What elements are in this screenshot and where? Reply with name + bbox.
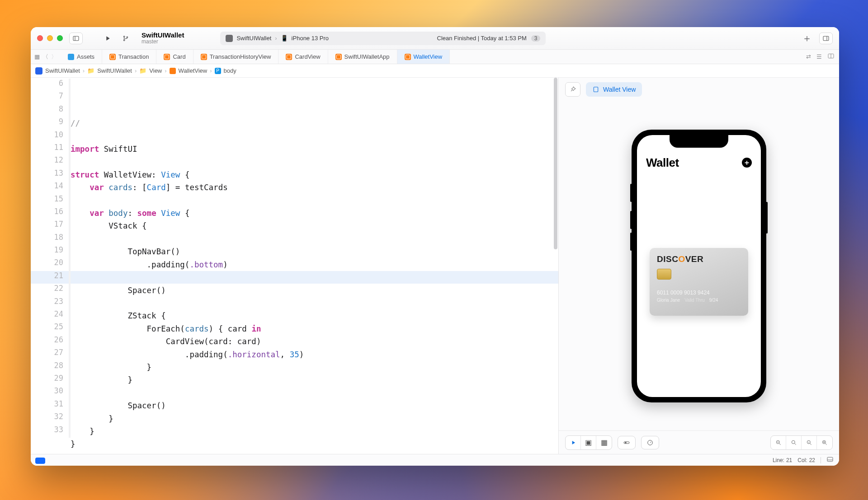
bc-group[interactable]: SwiftUIWallet bbox=[97, 67, 132, 74]
selectable-preview-button[interactable]: ▣ bbox=[581, 436, 596, 449]
line-number[interactable]: 15 bbox=[31, 194, 71, 207]
code-review-button[interactable]: ⇄ bbox=[806, 53, 811, 60]
bc-project[interactable]: SwiftUIWallet bbox=[45, 67, 80, 74]
editor-tab[interactable]: CardView bbox=[278, 50, 328, 64]
run-button[interactable] bbox=[101, 33, 114, 44]
scheme-selector[interactable]: SwiftUIWallet › 📱 iPhone 13 Pro bbox=[226, 35, 329, 42]
tab-label: WalletView bbox=[414, 53, 443, 60]
preview-selector-chip[interactable]: Wallet View bbox=[586, 82, 642, 97]
toggle-inspector-button[interactable] bbox=[819, 33, 833, 44]
svg-line-24 bbox=[826, 443, 827, 444]
nav-back-button[interactable]: 〈 bbox=[42, 53, 48, 61]
preview-mode-segment[interactable]: ▣ ▦ bbox=[565, 435, 612, 450]
line-number[interactable]: 22 bbox=[31, 284, 71, 296]
editor-tab[interactable]: TransactionHistoryView bbox=[193, 50, 279, 64]
preview-left-controls: ▣ ▦ bbox=[565, 435, 659, 450]
variants-preview-button[interactable]: ▦ bbox=[596, 436, 612, 449]
pin-preview-button[interactable] bbox=[565, 82, 580, 97]
activity-indicator[interactable] bbox=[35, 458, 45, 464]
zoom-controls[interactable]: 1 bbox=[770, 435, 833, 450]
property-icon: P bbox=[215, 68, 221, 74]
editor-tab[interactable]: Assets bbox=[61, 50, 102, 64]
line-number[interactable]: 21 bbox=[31, 271, 71, 284]
line-number[interactable]: 7 bbox=[31, 91, 71, 104]
scheme-branch-button[interactable] bbox=[119, 33, 132, 44]
line-number[interactable]: 26 bbox=[31, 335, 71, 348]
valid-thru-value: 9/24 bbox=[709, 298, 718, 303]
editor-tab[interactable]: Transaction bbox=[102, 50, 156, 64]
live-preview-button[interactable] bbox=[566, 436, 581, 449]
device-settings-button[interactable] bbox=[618, 436, 636, 449]
line-number[interactable]: 18 bbox=[31, 233, 71, 245]
zoom-actual-button[interactable]: 1 bbox=[802, 436, 817, 449]
line-gutter[interactable]: 6789101112131415161718192021222324252627… bbox=[31, 78, 71, 454]
zoom-in-button[interactable] bbox=[817, 436, 832, 449]
xcode-window: SwiftUIWallet master SwiftUIWallet › 📱 i… bbox=[31, 27, 839, 466]
add-editor-button[interactable] bbox=[827, 52, 835, 61]
line-number[interactable]: 11 bbox=[31, 143, 71, 155]
editor-tab[interactable]: SwiftUIWalletApp bbox=[328, 50, 397, 64]
line-number[interactable]: 33 bbox=[31, 425, 71, 438]
related-items-button[interactable]: ▦ bbox=[34, 53, 40, 60]
line-number[interactable]: 24 bbox=[31, 309, 71, 322]
line-number[interactable]: 27 bbox=[31, 348, 71, 360]
line-number[interactable]: 25 bbox=[31, 322, 71, 335]
code-area[interactable]: // import SwiftUI struct WalletView: Vie… bbox=[71, 78, 558, 454]
toggle-navigator-button[interactable] bbox=[69, 33, 83, 44]
activity-viewer[interactable]: SwiftUIWallet › 📱 iPhone 13 Pro Clean Fi… bbox=[220, 32, 546, 45]
scheme-target: SwiftUIWallet bbox=[236, 35, 271, 42]
line-number[interactable]: 20 bbox=[31, 258, 71, 271]
zoom-window-button[interactable] bbox=[57, 35, 63, 41]
minimize-window-button[interactable] bbox=[47, 35, 53, 41]
project-block[interactable]: SwiftUIWallet master bbox=[142, 32, 184, 45]
line-number[interactable]: 30 bbox=[31, 386, 71, 399]
canvas-area[interactable]: Wallet ＋ DISCOVER 6011 0009 9013 9424 bbox=[559, 101, 839, 430]
folder-icon: 📁 bbox=[87, 67, 94, 74]
line-number[interactable]: 31 bbox=[31, 399, 71, 412]
editor-tab[interactable]: WalletView bbox=[397, 50, 450, 64]
add-button[interactable]: ＋ bbox=[800, 33, 814, 44]
nav-forward-button[interactable]: 〉 bbox=[51, 53, 57, 61]
bc-symbol[interactable]: body bbox=[224, 67, 236, 74]
credit-card[interactable]: DISCOVER 6011 0009 9013 9424 Gloria Jane… bbox=[650, 248, 748, 316]
preview-toolbar-bottom: ▣ ▦ bbox=[559, 430, 839, 454]
bc-file[interactable]: WalletView bbox=[179, 67, 208, 74]
line-number[interactable]: 29 bbox=[31, 374, 71, 386]
card-chip-icon bbox=[657, 269, 671, 280]
preview-settings-button[interactable] bbox=[641, 436, 659, 449]
editor-tab[interactable]: Card bbox=[156, 50, 193, 64]
toggle-debug-area-button[interactable] bbox=[826, 456, 834, 464]
line-number[interactable]: 32 bbox=[31, 412, 71, 425]
device-screen[interactable]: Wallet ＋ DISCOVER 6011 0009 9013 9424 bbox=[637, 135, 761, 397]
zoom-out-button[interactable] bbox=[771, 436, 786, 449]
zoom-in-icon bbox=[821, 439, 828, 446]
line-number[interactable]: 14 bbox=[31, 181, 71, 194]
close-window-button[interactable] bbox=[37, 35, 43, 41]
panel-bottom-icon bbox=[826, 456, 834, 463]
line-number[interactable]: 16 bbox=[31, 207, 71, 220]
zoom-fit-button[interactable] bbox=[786, 436, 802, 449]
line-number[interactable]: 28 bbox=[31, 361, 71, 374]
desktop-wallpaper: SwiftUIWallet master SwiftUIWallet › 📱 i… bbox=[0, 0, 868, 500]
adjust-editor-button[interactable]: ☰ bbox=[816, 53, 822, 60]
line-number[interactable]: 13 bbox=[31, 168, 71, 181]
chevron-right-icon: › bbox=[210, 67, 212, 74]
cursor-line-value: 21 bbox=[786, 457, 792, 463]
line-number[interactable]: 10 bbox=[31, 130, 71, 143]
issue-count-badge[interactable]: 3 bbox=[531, 35, 541, 42]
line-number[interactable]: 6 bbox=[31, 79, 71, 91]
brand-dot: O bbox=[678, 254, 685, 264]
scheme-device: iPhone 13 Pro bbox=[292, 35, 329, 42]
jump-bar[interactable]: SwiftUIWallet › 📁 SwiftUIWallet › 📁 View… bbox=[31, 64, 839, 78]
line-number[interactable]: 8 bbox=[31, 104, 71, 117]
line-number[interactable]: 19 bbox=[31, 245, 71, 258]
project-title: SwiftUIWallet bbox=[142, 32, 184, 39]
source-editor[interactable]: 6789101112131415161718192021222324252627… bbox=[31, 78, 559, 454]
svg-point-4 bbox=[127, 37, 128, 38]
line-number[interactable]: 9 bbox=[31, 117, 71, 130]
line-number[interactable]: 12 bbox=[31, 155, 71, 168]
line-number[interactable]: 17 bbox=[31, 220, 71, 232]
add-card-button[interactable]: ＋ bbox=[742, 158, 752, 168]
bc-folder[interactable]: View bbox=[149, 67, 162, 74]
line-number[interactable]: 23 bbox=[31, 297, 71, 309]
